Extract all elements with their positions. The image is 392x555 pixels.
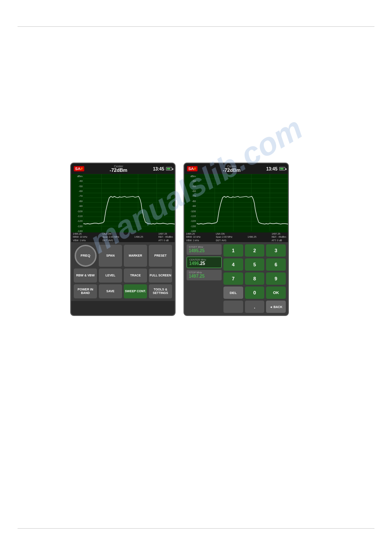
left-lna: LNA ON	[103, 232, 119, 236]
right-y-label-130: -130	[184, 225, 197, 228]
top-divider	[18, 26, 374, 27]
right-y-label-40: -40	[184, 180, 197, 182]
right-span: Span 2.00 MHz	[216, 236, 233, 239]
left-trace-button[interactable]: TRACE	[124, 268, 147, 283]
right-y-label-60: -60	[184, 190, 197, 192]
left-marker-button[interactable]: MARKER	[124, 245, 147, 267]
num-1-button[interactable]: 1	[223, 244, 243, 257]
num-6-button[interactable]: 6	[266, 258, 286, 271]
left-btn-row1: FREQ SPAN MARKER PRESET	[74, 245, 172, 267]
left-info-col2: LNA ON Span 2.00 MHz DET: AVG	[103, 232, 119, 242]
left-y-label-40: -40	[71, 180, 83, 182]
right-battery-fill	[280, 168, 284, 170]
right-y-label-70: -70	[184, 195, 197, 197]
left-battery-icon	[166, 167, 172, 170]
ok-button[interactable]: OK	[266, 287, 286, 299]
num-5-button[interactable]: 5	[245, 258, 265, 271]
left-battery-fill	[167, 168, 170, 170]
left-sweep-button[interactable]: SWEEP CONT.	[124, 284, 147, 298]
left-y-label-110: -110	[71, 215, 83, 218]
left-y-label-80: -80	[71, 200, 83, 203]
right-y-label-100: -100	[184, 210, 197, 213]
num-8-button[interactable]: 8	[245, 272, 265, 285]
dot-button[interactable]: .	[245, 301, 265, 313]
num-2-button[interactable]: 2	[245, 244, 265, 257]
left-dbm-value: -72dBm	[110, 168, 127, 173]
left-sa-badge: SA#	[74, 166, 84, 171]
right-info-col1: 1495.25 RBW: 10 kHz VBW: 1 kHz	[186, 232, 201, 242]
left-tools-button[interactable]: TOOLS & SETTINGS	[149, 284, 172, 298]
left-y-label-dbm: dBm	[71, 175, 83, 178]
left-power-button[interactable]: POWER IN BAND	[74, 284, 97, 298]
right-spectrum: dBm -40 -50 -60 -70 -80 -90 -100 -110 -1…	[184, 174, 288, 242]
right-freq-start: 1495.25	[186, 232, 201, 236]
right-y-label-80: -80	[184, 200, 197, 203]
num-4-button[interactable]: 4	[223, 258, 243, 271]
left-freq-start: 1495.25	[73, 232, 87, 236]
num-7-button[interactable]: 7	[223, 272, 243, 285]
back-button[interactable]: ◄ BACK	[266, 301, 286, 313]
freq-inputs: START MHz 1495.25 CENTER MHz 1496.25 STO…	[187, 244, 222, 313]
left-preset-button[interactable]: PRESET	[149, 245, 172, 267]
left-level-button[interactable]: LEVEL	[99, 268, 122, 283]
device-left: SA# Center -72dBm 13:45 dBm -40	[70, 163, 176, 316]
left-span-button[interactable]: SPAN	[99, 245, 122, 267]
left-freq-cell: FREQ	[74, 245, 97, 267]
left-span: Span 2.00 MHz	[103, 236, 119, 239]
right-bottom-info: 1495.25 RBW: 10 kHz VBW: 1 kHz LNA ON Sp…	[184, 232, 288, 242]
right-header-right: 13:45	[266, 167, 285, 171]
right-vbw: VBW: 1 kHz	[186, 239, 201, 242]
left-btn-row2: RBW & VBW LEVEL TRACE FULL SCREEN	[74, 268, 172, 283]
right-header: SA# Center -72dBm 13:45	[184, 163, 288, 174]
left-fullscreen-button[interactable]: FULL SCREEN	[149, 268, 172, 283]
stop-freq-box[interactable]: STOP MHz 1497.25	[187, 270, 222, 280]
device-right: SA# Center -72dBm 13:45 dBm -40	[183, 163, 289, 316]
left-y-label-60: -60	[71, 190, 83, 192]
right-info-col4: 1497.25 REF: -46dBm ATT: 0 dB	[272, 232, 286, 242]
left-time: 13:45	[153, 167, 164, 171]
right-battery-icon	[279, 167, 285, 170]
left-freq-button[interactable]: FREQ	[75, 245, 97, 267]
right-keypad-area: START MHz 1495.25 CENTER MHz 1496.25 STO…	[184, 242, 288, 315]
right-y-label-110: -110	[184, 215, 197, 218]
start-freq-box[interactable]: START MHz 1495.25	[187, 244, 222, 255]
left-rbw-vbw-button[interactable]: RBW & VBW	[74, 268, 97, 283]
center-freq-box[interactable]: CENTER MHz 1496.25	[187, 257, 222, 268]
right-rbw: RBW: 10 kHz	[186, 236, 201, 239]
left-ref: REF: -46dBm	[158, 236, 173, 239]
left-freq-end: 1497.25	[158, 232, 173, 236]
left-save-button[interactable]: SAVE	[99, 284, 122, 298]
start-freq-value: 1495.25	[189, 248, 219, 254]
left-y-labels: dBm -40 -50 -60 -70 -80 -90 -100 -110 -1…	[71, 174, 83, 233]
right-y-label-dbm: dBm	[184, 175, 197, 178]
left-info-col1: 1495.25 RBW: 10 kHz VBW: 1 kHz	[73, 232, 87, 242]
center-freq-value: 1496.25	[189, 261, 219, 266]
center-value-prefix: 1496	[189, 261, 199, 266]
num-0-button[interactable]: 0	[245, 287, 265, 299]
right-y-label-50: -50	[184, 185, 197, 188]
num-3-button[interactable]: 3	[266, 244, 286, 257]
left-y-label-120: -120	[71, 220, 83, 222]
page: manualslib.com SA# Center -72dBm 13:45	[0, 0, 392, 555]
numpad: 1 2 3 4 5 6 7 8 9 DEL 0 OK . ◄	[223, 244, 286, 313]
num-9-button[interactable]: 9	[266, 272, 286, 285]
right-y-label-90: -90	[184, 205, 197, 207]
right-header-center: Center -72dBm	[223, 165, 241, 173]
left-header: SA# Center -72dBm 13:45	[71, 163, 175, 174]
stop-freq-value: 1497.25	[189, 274, 219, 279]
left-info-col3: 1496.25	[134, 236, 143, 239]
left-y-label-90: -90	[71, 205, 83, 207]
del-button[interactable]: DEL	[223, 287, 243, 299]
left-bottom-info: 1495.25 RBW: 10 kHz VBW: 1 kHz LNA ON Sp…	[71, 232, 175, 242]
left-y-label-100: -100	[71, 210, 83, 213]
right-ref: REF: -46dBm	[272, 236, 286, 239]
left-btn-row3: POWER IN BAND SAVE SWEEP CONT. TOOLS & S…	[74, 284, 172, 298]
right-y-label-120: -120	[184, 220, 197, 222]
left-att: ATT: 0 dB	[158, 239, 173, 242]
right-att: ATT: 0 dB	[272, 239, 286, 242]
right-info-col3: 1496.25	[248, 236, 256, 239]
right-sa-badge: SA#	[187, 166, 198, 171]
right-det: DET: AVG	[216, 239, 233, 242]
right-time: 13:45	[266, 167, 277, 171]
right-spectrum-svg	[197, 174, 288, 231]
